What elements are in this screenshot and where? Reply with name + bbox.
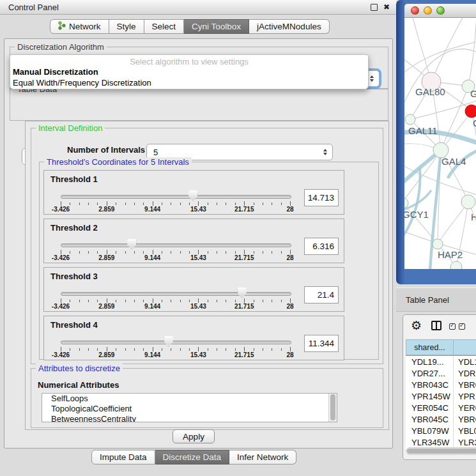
checkbox-icon[interactable] (459, 323, 465, 330)
apply-button[interactable]: Apply (173, 429, 215, 443)
tab-cyni-toolbox[interactable]: Cyni Toolbox (184, 19, 249, 34)
tick-label: 2.859 (98, 351, 114, 358)
cell-name[interactable]: YDL1 (454, 357, 476, 367)
cell-name[interactable]: YER0 (454, 403, 476, 413)
dropdown-option-equal-width[interactable]: Equal Width/Frequency Discretization (10, 77, 368, 88)
table-row[interactable]: YER054CYER0 (406, 402, 476, 413)
zoom-traffic-light-icon[interactable] (436, 6, 445, 15)
attribute-item[interactable]: TopologicalCoefficient (42, 404, 337, 414)
threshold-panel-3: Threshold 3-3.4262.8599.14415.4321.71528… (43, 267, 344, 312)
network-node-h-node[interactable] (461, 195, 475, 209)
gear-icon[interactable]: ⚙ (411, 318, 422, 334)
column-header-shared-name[interactable]: shared... (406, 339, 454, 355)
cell-shared-name[interactable]: YBL079W (406, 425, 454, 436)
table-row[interactable]: YBR045CYBR0 (406, 413, 476, 425)
close-icon[interactable]: ✖ (383, 3, 390, 11)
combo-arrows-icon (323, 149, 327, 155)
control-panel-window: Control Panel ✖ NetworkStyleSelectCyni T… (0, 0, 396, 476)
network-edge[interactable] (438, 202, 468, 244)
float-window-icon[interactable] (371, 4, 378, 11)
slider-track[interactable] (61, 341, 291, 344)
column-header-name[interactable]: n... (454, 339, 476, 355)
tick-label: 28 (286, 254, 293, 261)
cell-shared-name[interactable]: YDL19... (406, 356, 454, 367)
threshold-value-field[interactable]: 14.713 (304, 189, 339, 206)
slider-thumb[interactable] (164, 336, 173, 347)
table-body: YDL19...YDL1YDR27...YDR2YBR043CYBR0YPR14… (406, 356, 476, 453)
numerical-attributes-list[interactable]: SelfLoopsTopologicalCoefficientBetweenne… (42, 393, 337, 422)
cell-shared-name[interactable]: YLR345W (406, 436, 454, 448)
slider-thumb[interactable] (188, 190, 197, 201)
tab-select[interactable]: Select (144, 19, 185, 34)
cell-name[interactable]: YLR3 (454, 438, 476, 447)
table-row[interactable]: YDL19...YDL1 (406, 356, 476, 367)
horizontal-scrollbar[interactable] (406, 447, 476, 455)
table-row[interactable]: YBR043CYBR0 (406, 379, 476, 390)
cell-name[interactable]: YBL0 (454, 426, 476, 436)
network-node-red-node[interactable] (465, 105, 476, 118)
slider-track[interactable] (61, 195, 291, 199)
control-panel-body: Discretization Algorithm Select algorith… (4, 38, 393, 449)
cell-name[interactable]: YBR0 (454, 380, 476, 390)
network-edge[interactable] (404, 41, 476, 77)
thresholds-group: Threshold's Coordinates for 5 Intervals … (39, 162, 379, 360)
tick-label: 21.715 (234, 351, 254, 358)
tab-impute-data[interactable]: Impute Data (91, 450, 155, 464)
network-node-gcy1[interactable] (404, 198, 408, 208)
cell-shared-name[interactable]: YBR043C (406, 379, 454, 390)
tick-label: 9.144 (144, 254, 160, 261)
cell-shared-name[interactable]: YPR145W (406, 390, 454, 402)
scrollbar-thumb[interactable] (407, 449, 476, 454)
tab-label: Discretize Data (163, 452, 222, 462)
minimize-traffic-light-icon[interactable] (424, 6, 432, 15)
tab-discretize-data[interactable]: Discretize Data (155, 450, 230, 464)
tab-label: Style (117, 22, 136, 31)
slider-thumb[interactable] (238, 288, 247, 298)
tab-style[interactable]: Style (109, 19, 144, 34)
tick-label: 9.144 (144, 351, 160, 358)
table-row[interactable]: YDR27...YDR2 (406, 367, 476, 379)
table-row[interactable]: YBL079WYBL0 (406, 425, 476, 436)
network-edge[interactable] (468, 18, 476, 86)
threshold-value-field[interactable]: 11.344 (304, 335, 339, 352)
network-node-label: HAP2 (438, 249, 463, 260)
close-traffic-light-icon[interactable] (411, 6, 419, 15)
table-row[interactable]: YLR345WYLR3 (406, 436, 476, 448)
cell-shared-name[interactable]: YDR27... (406, 367, 454, 379)
vertical-scrollbar[interactable] (328, 394, 337, 422)
network-node-gal11[interactable] (405, 114, 415, 125)
dropdown-option-manual-discretization[interactable]: Manual Discretization (10, 66, 368, 77)
cell-shared-name[interactable]: YBR045C (406, 413, 454, 425)
network-node-bottom-node[interactable] (450, 261, 462, 269)
tick-label: 15.43 (190, 303, 206, 310)
column-layout-icon[interactable] (431, 321, 441, 330)
tick-label: 21.715 (234, 303, 254, 310)
table-row[interactable]: YPR145WYPR1 (406, 390, 476, 402)
threshold-value-field[interactable]: 21.4 (304, 286, 339, 303)
network-node-hap2[interactable] (433, 239, 443, 249)
checkbox-icon[interactable] (449, 323, 456, 330)
attribute-item[interactable]: SelfLoops (42, 394, 337, 404)
network-graph[interactable]: GAL80G.CGAL11GAL4GCY1HHAP2 (404, 18, 476, 269)
slider-thumb[interactable] (127, 239, 136, 250)
scrollbar-thumb[interactable] (330, 394, 335, 420)
tab-infer-network[interactable]: Infer Network (229, 450, 296, 464)
attribute-item[interactable]: BetweennessCentrality (42, 414, 337, 422)
tick-label: 15.43 (190, 351, 206, 358)
threshold-panel-2: Threshold 2-3.4262.8599.14415.4321.71528… (43, 219, 344, 263)
tab-label: Network (69, 22, 101, 31)
slider-track[interactable] (61, 243, 291, 247)
slider-track[interactable] (61, 292, 291, 296)
group-title: Discretization Algorithm (15, 42, 107, 52)
cell-name[interactable]: YBR0 (454, 415, 476, 424)
cell-name[interactable]: YDR2 (454, 369, 476, 378)
tab-jactivemnodules[interactable]: jActiveMNodules (249, 19, 330, 34)
network-edge[interactable] (412, 18, 431, 82)
network-canvas[interactable]: GAL80G.CGAL11GAL4GCY1HHAP2 (404, 18, 476, 269)
cell-shared-name[interactable]: YER054C (406, 402, 454, 413)
tab-network[interactable]: Network (50, 19, 109, 34)
cell-name[interactable]: YPR1 (454, 392, 476, 401)
table-header-row: shared... n... (406, 339, 476, 356)
network-window-titlebar[interactable] (404, 4, 476, 18)
threshold-value-field[interactable]: 6.316 (304, 238, 339, 255)
